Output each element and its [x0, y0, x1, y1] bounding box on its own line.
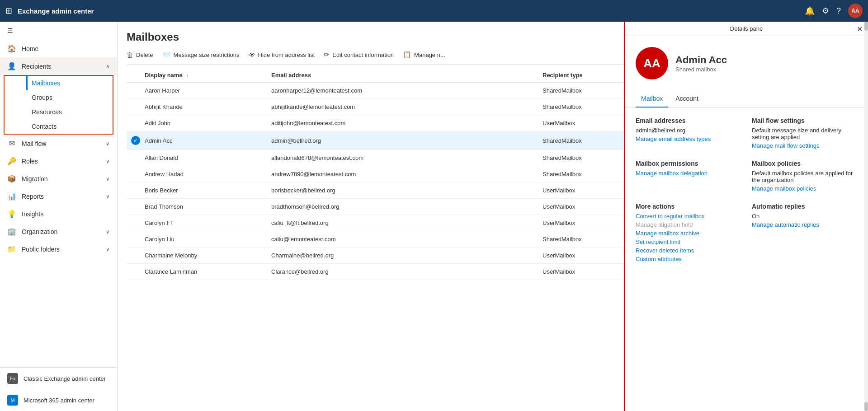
sidebar-item-reports[interactable]: 📊 Reports ∨	[0, 187, 117, 205]
hide-address-button[interactable]: 👁 Hide from address list	[249, 51, 315, 59]
gear-icon[interactable]: ⚙	[822, 6, 829, 16]
waffle-icon[interactable]: ⊞	[5, 6, 12, 16]
bell-icon[interactable]: 🔔	[805, 6, 815, 16]
sidebar-label-roles: Roles	[22, 158, 38, 165]
sidebar-item-mailboxes[interactable]: Mailboxes	[26, 76, 113, 90]
section-mailbox-permissions: Mailbox permissions Manage mailbox deleg…	[636, 160, 741, 192]
sidebar: ☰ 🏠 Home 👤 Recipients ∧ Mailboxes Groups…	[0, 22, 118, 411]
row-type: UserMailbox	[542, 187, 624, 194]
row-display-name: Brad Thomson	[145, 203, 271, 210]
manage-button[interactable]: 📋 Manage n...	[403, 51, 445, 59]
edit-contact-label: Edit contact information	[332, 51, 394, 58]
convert-link[interactable]: Convert to regular mailbox	[636, 213, 741, 220]
table-row[interactable]: Aditi John aditijohn@lemonteatest.com Us…	[127, 115, 624, 131]
hide-address-label: Hide from address list	[258, 51, 315, 58]
sidebar-label-home: Home	[22, 45, 38, 52]
manage-automatic-replies-link[interactable]: Manage automatic replies	[752, 221, 857, 228]
row-check: ✓	[127, 136, 145, 145]
table-row[interactable]: Aaron Harper aaronharper12@lemonteatest.…	[127, 83, 624, 99]
row-email: borisbecker@bellred.org	[271, 187, 542, 194]
app-title: Exchange admin center	[18, 7, 94, 15]
table-row[interactable]: Allan Donald allandonald678@lemonteatest…	[127, 150, 624, 166]
table-row[interactable]: Andrew Hadad andrew7890@lemonteatest.com…	[127, 166, 624, 182]
col-check	[127, 72, 145, 79]
table-row[interactable]: Carolyn FT caliu_ft@ft.bellred.org UserM…	[127, 215, 624, 231]
row-email: aaronharper12@lemonteatest.com	[271, 87, 542, 94]
row-email: allandonald678@lemonteatest.com	[271, 154, 542, 161]
row-email: Charmaine@bellred.org	[271, 252, 542, 259]
row-display-name: Admin Acc	[145, 137, 271, 144]
message-size-icon: 📨	[162, 51, 171, 59]
mailbox-permissions-title: Mailbox permissions	[636, 160, 741, 167]
sidebar-item-roles[interactable]: 🔑 Roles ∨	[0, 152, 117, 170]
mail-flow-arrow: ∨	[106, 140, 110, 147]
mail-flow-icon: ✉	[7, 139, 16, 148]
sidebar-item-resources[interactable]: Resources	[26, 105, 113, 119]
delete-icon: 🗑	[127, 51, 133, 59]
row-display-name: Aaron Harper	[145, 87, 271, 94]
manage-mail-flow-settings-link[interactable]: Manage mail flow settings	[752, 142, 857, 149]
avatar[interactable]: AA	[848, 4, 863, 18]
sidebar-item-groups[interactable]: Groups	[26, 90, 113, 105]
custom-attributes-link[interactable]: Custom attributes	[636, 256, 741, 262]
manage-mailbox-delegation-link[interactable]: Manage mailbox delegation	[636, 170, 741, 177]
sidebar-item-contacts[interactable]: Contacts	[26, 119, 113, 134]
section-more-actions: More actions Convert to regular mailbox …	[636, 203, 741, 262]
close-button[interactable]: ✕	[857, 24, 863, 33]
details-top: AA Admin Acc Shared mailbox	[625, 36, 868, 90]
table-row[interactable]: Carolyn Liu caliu@lemonteatest.com Share…	[127, 231, 624, 248]
table-row[interactable]: Boris Becker borisbecker@bellred.org Use…	[127, 182, 624, 199]
contacts-label: Contacts	[32, 123, 57, 130]
archive-link[interactable]: Manage mailbox archive	[636, 230, 741, 237]
sidebar-item-recipients[interactable]: 👤 Recipients ∧	[0, 57, 117, 75]
sidebar-item-insights[interactable]: 💡 Insights	[0, 205, 117, 223]
details-body: Email addresses admin@bellred.org Manage…	[625, 108, 868, 271]
main-content: Mailboxes 🗑 Delete 📨 Message size restri…	[118, 22, 868, 411]
row-display-name: Clarance Laminman	[145, 268, 271, 275]
sidebar-label-migration: Migration	[22, 175, 48, 182]
tab-mailbox[interactable]: Mailbox	[636, 90, 668, 107]
automatic-replies-status: On	[752, 213, 857, 220]
sidebar-item-mail-flow[interactable]: ✉ Mail flow ∨	[0, 135, 117, 152]
details-tabs: Mailbox Account	[625, 90, 868, 108]
details-name: Admin Acc	[675, 54, 727, 66]
sidebar-item-organization[interactable]: 🏢 Organization ∨	[0, 223, 117, 240]
help-icon[interactable]: ?	[836, 6, 841, 16]
recipients-icon: 👤	[7, 62, 16, 70]
sidebar-toggle[interactable]: ☰	[0, 22, 117, 40]
manage-mailbox-policies-link[interactable]: Manage mailbox policies	[752, 185, 857, 192]
sidebar-m365[interactable]: M Microsoft 365 admin center	[0, 389, 117, 411]
table-row[interactable]: Abhijit Khande abhijitkande@lemonteatest…	[127, 99, 624, 115]
sidebar-item-public-folders[interactable]: 📁 Public folders ∨	[0, 240, 117, 258]
details-avatar: AA	[636, 47, 668, 79]
tab-account[interactable]: Account	[670, 90, 704, 107]
organization-arrow: ∨	[106, 229, 110, 235]
sidebar-label-recipients: Recipients	[22, 63, 51, 70]
section-mailbox-policies: Mailbox policies Default mailbox policie…	[752, 160, 857, 192]
row-display-name: Aditi John	[145, 120, 271, 126]
section-automatic-replies: Automatic replies On Manage automatic re…	[752, 203, 857, 262]
row-type: SharedMailbox	[542, 171, 624, 177]
section-mail-flow-settings: Mail flow settings Default message size …	[752, 117, 857, 149]
delete-button[interactable]: 🗑 Delete	[127, 51, 153, 59]
mail-flow-settings-text: Default message size and delivery settin…	[752, 127, 857, 140]
recipients-arrow: ∧	[106, 63, 110, 70]
table-row[interactable]: Clarance Laminman Clarance@bellred.org U…	[127, 264, 624, 280]
row-display-name: Carolyn FT	[145, 220, 271, 226]
sidebar-classic-eac[interactable]: Ex Classic Exchange admin center	[0, 368, 117, 389]
recover-link[interactable]: Recover deleted items	[636, 247, 741, 254]
manage-email-address-types-link[interactable]: Manage email address types	[636, 135, 741, 142]
edit-contact-button[interactable]: ✏ Edit contact information	[324, 51, 394, 59]
sidebar-item-home[interactable]: 🏠 Home	[0, 40, 117, 57]
body-layout: ☰ 🏠 Home 👤 Recipients ∧ Mailboxes Groups…	[0, 22, 868, 411]
toolbar: 🗑 Delete 📨 Message size restrictions 👁 H…	[127, 51, 624, 65]
table-row[interactable]: ✓ Admin Acc admin@bellred.org SharedMail…	[127, 131, 624, 150]
col-display-name[interactable]: Display name ↑	[145, 72, 271, 79]
row-type: SharedMailbox	[542, 103, 624, 110]
recipient-limit-link[interactable]: Set recipient limit	[636, 238, 741, 245]
sidebar-item-migration[interactable]: 📦 Migration ∨	[0, 170, 117, 187]
table-row[interactable]: Brad Thomson bradthomson@bellred.org Use…	[127, 199, 624, 215]
message-size-button[interactable]: 📨 Message size restrictions	[162, 51, 240, 59]
table-row[interactable]: Charmaine Melonby Charmaine@bellred.org …	[127, 248, 624, 264]
mailbox-policies-text: Default mailbox policies are applied for…	[752, 170, 857, 183]
